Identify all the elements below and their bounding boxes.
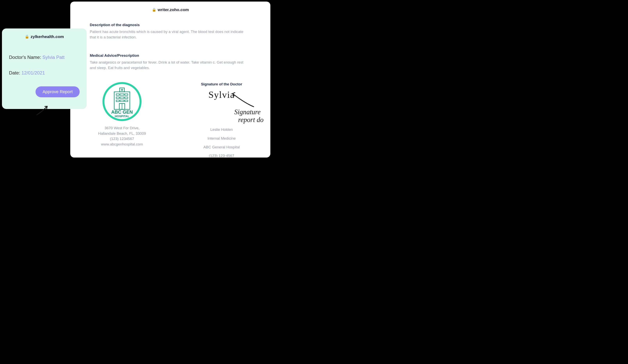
svg-rect-7 <box>125 94 128 95</box>
writer-header: 🔒 writer.zoho.com <box>80 5 261 23</box>
svg-rect-13 <box>125 100 128 102</box>
signature-caption-line2: report do <box>234 116 264 124</box>
arrow-to-approve-icon <box>36 103 51 116</box>
zylker-domain: zylkerhealth.com <box>31 34 64 39</box>
approve-report-button[interactable]: Approve Report <box>36 86 80 97</box>
signature-title: Signature of the Doctor <box>194 82 249 86</box>
svg-rect-6 <box>120 94 124 95</box>
zylker-header: 🔒 zylkerhealth.com <box>9 34 80 39</box>
signature-caption: Signature report do <box>234 108 264 124</box>
doctor-name-label: Doctor's Name: <box>9 55 42 60</box>
writer-domain: writer.zoho.com <box>158 7 189 12</box>
doctor-hospital: ABC General Hospital <box>194 145 249 150</box>
diagnosis-section: Description of the diagnosis Patient has… <box>80 23 261 40</box>
svg-text:ABC GEN: ABC GEN <box>111 109 133 115</box>
arrow-to-signature-icon <box>226 90 255 108</box>
signature-caption-line1: Signature <box>234 108 264 116</box>
svg-rect-12 <box>120 100 124 102</box>
svg-rect-8 <box>116 97 119 98</box>
lock-icon: 🔒 <box>152 8 156 12</box>
advice-section: Medical Advice/Prescription Take analges… <box>80 54 261 70</box>
doctor-name-value: Sylvia Patt <box>42 55 65 60</box>
hospital-website: www.abcgenhospital.com <box>91 142 153 147</box>
doctor-phone: (123) 123-4567 <box>194 153 249 158</box>
date-field: Date: 12/01/2021 <box>9 70 80 76</box>
svg-text:HOSPITAL: HOSPITAL <box>115 115 129 118</box>
date-value: 12/01/2021 <box>21 70 45 75</box>
advice-body: Take analgesics or paracetamol for fever… <box>90 60 246 70</box>
advice-title: Medical Advice/Prescription <box>90 54 249 58</box>
doctor-info: Leslie Holden Internal Medicine ABC Gene… <box>194 127 249 158</box>
svg-rect-11 <box>116 100 119 102</box>
lock-icon: 🔒 <box>25 35 29 39</box>
hospital-column: ABC GEN HOSPITAL 3670 West For Drive, Ha… <box>91 82 153 162</box>
doctor-name: Leslie Holden <box>194 127 249 132</box>
zylker-card: 🔒 zylkerhealth.com Doctor's Name: Sylvia… <box>2 28 87 109</box>
writer-card: 🔒 writer.zoho.com Description of the dia… <box>70 1 270 158</box>
doctor-specialty: Internal Medicine <box>194 136 249 141</box>
svg-rect-5 <box>116 94 119 95</box>
hospital-address: 3670 West For Drive, Hallandale Beach, F… <box>91 125 153 147</box>
hospital-logo: ABC GEN HOSPITAL <box>102 82 142 122</box>
hospital-phone: (123) 1234567 <box>91 136 153 142</box>
diagnosis-title: Description of the diagnosis <box>90 23 249 27</box>
svg-rect-10 <box>125 97 128 98</box>
diagnosis-body: Patient has acute bronchitis which is ca… <box>90 29 246 40</box>
hospital-address-line2: Hallandale Beach, FL, 33009 <box>91 131 153 136</box>
date-label: Date: <box>9 70 21 75</box>
doctor-name-field: Doctor's Name: Sylvia Patt <box>9 55 80 60</box>
hospital-address-line1: 3670 West For Drive, <box>91 125 153 131</box>
svg-rect-9 <box>120 97 124 98</box>
